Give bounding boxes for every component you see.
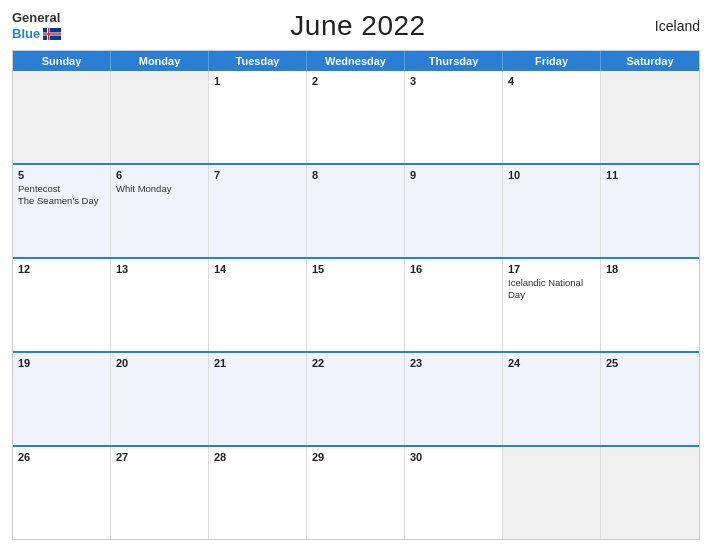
cell-event: Whit Monday (116, 183, 203, 195)
logo-general: General (12, 10, 60, 26)
calendar-row-2: 121314151617Icelandic National Day18 (13, 257, 699, 351)
cell-day-number: 1 (214, 75, 301, 87)
calendar-cell-3-5: 24 (503, 353, 601, 445)
calendar-page: General Blue June 2022 Iceland Sunda (0, 0, 712, 550)
cell-day-number: 12 (18, 263, 105, 275)
calendar-cell-1-0: 5PentecostThe Seamen's Day (13, 165, 111, 257)
cell-day-number: 17 (508, 263, 595, 275)
month-title: June 2022 (290, 10, 425, 42)
logo-blue: Blue (12, 26, 40, 42)
cell-day-number: 15 (312, 263, 399, 275)
cell-day-number: 21 (214, 357, 301, 369)
calendar-cell-4-0: 26 (13, 447, 111, 539)
calendar-cell-2-4: 16 (405, 259, 503, 351)
calendar-cell-1-1: 6Whit Monday (111, 165, 209, 257)
calendar-cell-2-2: 14 (209, 259, 307, 351)
logo-flag-icon (43, 28, 61, 40)
calendar-cell-3-1: 20 (111, 353, 209, 445)
calendar-cell-3-4: 23 (405, 353, 503, 445)
cell-day-number: 14 (214, 263, 301, 275)
calendar-cell-0-4: 3 (405, 71, 503, 163)
country-label: Iceland (655, 18, 700, 34)
cell-day-number: 20 (116, 357, 203, 369)
calendar-row-4: 2627282930 (13, 445, 699, 539)
calendar-cell-2-6: 18 (601, 259, 699, 351)
calendar-cell-2-5: 17Icelandic National Day (503, 259, 601, 351)
cell-day-number: 28 (214, 451, 301, 463)
header: General Blue June 2022 Iceland (12, 10, 700, 42)
cell-day-number: 6 (116, 169, 203, 181)
header-thursday: Thursday (405, 51, 503, 71)
calendar-cell-2-3: 15 (307, 259, 405, 351)
calendar-cell-2-0: 12 (13, 259, 111, 351)
cell-event: Icelandic National Day (508, 277, 595, 302)
cell-day-number: 16 (410, 263, 497, 275)
cell-event: The Seamen's Day (18, 195, 105, 207)
calendar-cell-1-6: 11 (601, 165, 699, 257)
cell-day-number: 26 (18, 451, 105, 463)
header-monday: Monday (111, 51, 209, 71)
calendar-cell-3-3: 22 (307, 353, 405, 445)
calendar-row-0: 1234 (13, 71, 699, 163)
calendar-cell-1-5: 10 (503, 165, 601, 257)
cell-day-number: 27 (116, 451, 203, 463)
calendar-cell-4-1: 27 (111, 447, 209, 539)
calendar-cell-4-5 (503, 447, 601, 539)
calendar-cell-0-1 (111, 71, 209, 163)
calendar-cell-3-2: 21 (209, 353, 307, 445)
cell-day-number: 18 (606, 263, 694, 275)
cell-event: Pentecost (18, 183, 105, 195)
cell-day-number: 23 (410, 357, 497, 369)
calendar-cell-3-0: 19 (13, 353, 111, 445)
cell-day-number: 7 (214, 169, 301, 181)
cell-day-number: 10 (508, 169, 595, 181)
calendar-cell-0-2: 1 (209, 71, 307, 163)
svg-rect-4 (43, 33, 61, 35)
header-tuesday: Tuesday (209, 51, 307, 71)
cell-day-number: 24 (508, 357, 595, 369)
header-friday: Friday (503, 51, 601, 71)
calendar-row-3: 19202122232425 (13, 351, 699, 445)
calendar-cell-4-4: 30 (405, 447, 503, 539)
calendar-cell-1-3: 8 (307, 165, 405, 257)
header-wednesday: Wednesday (307, 51, 405, 71)
cell-day-number: 25 (606, 357, 694, 369)
cell-day-number: 2 (312, 75, 399, 87)
cell-day-number: 4 (508, 75, 595, 87)
cell-day-number: 8 (312, 169, 399, 181)
calendar-cell-0-6 (601, 71, 699, 163)
cell-day-number: 9 (410, 169, 497, 181)
calendar-body: 12345PentecostThe Seamen's Day6Whit Mond… (13, 71, 699, 539)
header-sunday: Sunday (13, 51, 111, 71)
calendar-header: Sunday Monday Tuesday Wednesday Thursday… (13, 51, 699, 71)
cell-day-number: 5 (18, 169, 105, 181)
calendar-cell-1-2: 7 (209, 165, 307, 257)
calendar-cell-3-6: 25 (601, 353, 699, 445)
calendar-cell-4-3: 29 (307, 447, 405, 539)
cell-day-number: 19 (18, 357, 105, 369)
calendar-cell-2-1: 13 (111, 259, 209, 351)
calendar-cell-4-2: 28 (209, 447, 307, 539)
calendar-cell-0-3: 2 (307, 71, 405, 163)
header-saturday: Saturday (601, 51, 699, 71)
calendar-row-1: 5PentecostThe Seamen's Day6Whit Monday78… (13, 163, 699, 257)
calendar-cell-0-5: 4 (503, 71, 601, 163)
cell-day-number: 30 (410, 451, 497, 463)
logo: General Blue (12, 10, 61, 41)
cell-day-number: 29 (312, 451, 399, 463)
cell-day-number: 11 (606, 169, 694, 181)
calendar-cell-4-6 (601, 447, 699, 539)
calendar: Sunday Monday Tuesday Wednesday Thursday… (12, 50, 700, 540)
calendar-cell-0-0 (13, 71, 111, 163)
cell-day-number: 22 (312, 357, 399, 369)
cell-day-number: 3 (410, 75, 497, 87)
calendar-cell-1-4: 9 (405, 165, 503, 257)
cell-day-number: 13 (116, 263, 203, 275)
